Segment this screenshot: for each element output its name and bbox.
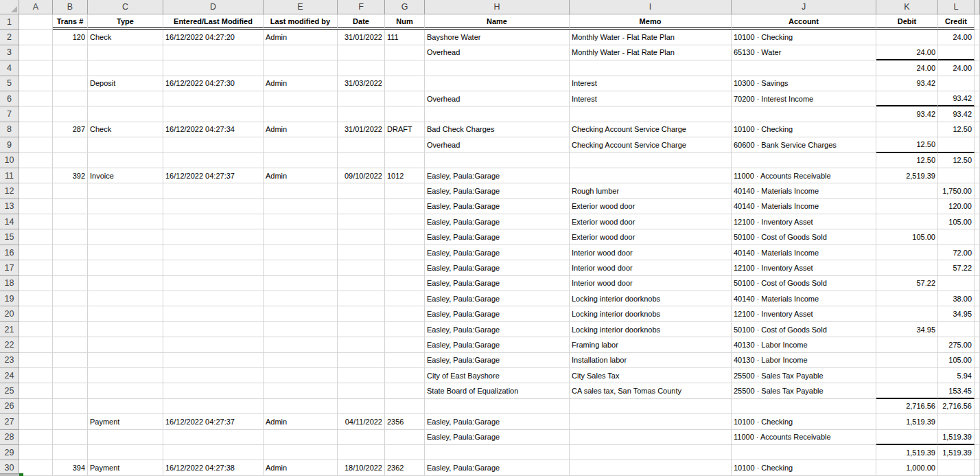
cell-J6[interactable]: 70200 · Interest Income <box>732 91 876 106</box>
cell-F21[interactable] <box>338 322 385 337</box>
row-header-20[interactable]: 20 <box>0 306 19 321</box>
cell-H2[interactable]: Bayshore Water <box>425 30 570 45</box>
cell-C24[interactable] <box>88 368 163 383</box>
cell-I28[interactable] <box>570 430 732 445</box>
cell-E9[interactable] <box>264 137 338 152</box>
cell-D13[interactable] <box>163 199 264 214</box>
column-header-D[interactable]: D <box>163 0 264 14</box>
cell-K29[interactable]: 1,519.39 <box>876 445 938 460</box>
cell-G12[interactable] <box>385 183 425 199</box>
cell-I19[interactable]: Locking interior doorknobs <box>570 291 732 306</box>
cell-F27[interactable]: 04/11/2022 <box>338 414 385 429</box>
cell-K13[interactable] <box>876 199 938 214</box>
cell-K23[interactable] <box>876 353 938 368</box>
cell-I24[interactable]: City Sales Tax <box>570 368 732 383</box>
cell-C9[interactable] <box>88 137 163 152</box>
column-header-B[interactable]: B <box>53 0 88 14</box>
cell-G21[interactable] <box>385 322 425 337</box>
cell-C12[interactable] <box>88 183 163 199</box>
cell-E8[interactable]: Admin <box>264 122 338 137</box>
cell-D3[interactable] <box>163 45 264 60</box>
cell-K24[interactable] <box>876 368 938 383</box>
cell-F7[interactable] <box>338 106 385 122</box>
cell-H21[interactable]: Easley, Paula:Garage <box>425 322 570 337</box>
cell-B14[interactable] <box>53 214 88 229</box>
cell-J22[interactable]: 40130 · Labor Income <box>732 337 876 352</box>
cell-B29[interactable] <box>53 445 88 460</box>
cell-H30[interactable]: Easley, Paula:Garage <box>425 460 570 475</box>
cell-L7[interactable]: 93.42 <box>938 106 975 122</box>
cell-A9[interactable] <box>19 137 53 152</box>
cell-I30[interactable] <box>570 460 732 475</box>
header-cell-A1[interactable] <box>19 14 53 30</box>
cell-F6[interactable] <box>338 91 385 106</box>
cell-J24[interactable]: 25500 · Sales Tax Payable <box>732 368 876 383</box>
cell-H13[interactable]: Easley, Paula:Garage <box>425 199 570 214</box>
cell-C29[interactable] <box>88 445 163 460</box>
cell-A28[interactable] <box>19 430 53 445</box>
cell-B18[interactable] <box>53 276 88 291</box>
cell-L4[interactable]: 24.00 <box>938 60 975 76</box>
header-cell-D1[interactable]: Entered/Last Modified <box>163 14 264 30</box>
cell-K2[interactable] <box>876 30 938 45</box>
row-header-19[interactable]: 19 <box>0 291 19 306</box>
cell-I7[interactable] <box>570 106 732 122</box>
column-header-E[interactable]: E <box>264 0 338 14</box>
cell-L17[interactable]: 57.22 <box>938 260 975 275</box>
cell-A23[interactable] <box>19 353 53 368</box>
cell-J19[interactable]: 40140 · Materials Income <box>732 291 876 306</box>
cell-E29[interactable] <box>264 445 338 460</box>
row-header-22[interactable]: 22 <box>0 337 19 352</box>
cell-E18[interactable] <box>264 276 338 291</box>
cell-J21[interactable]: 50100 · Cost of Goods Sold <box>732 322 876 337</box>
cell-E24[interactable] <box>264 368 338 383</box>
cell-L20[interactable]: 34.95 <box>938 306 975 321</box>
row-header-12[interactable]: 12 <box>0 183 19 199</box>
header-cell-C1[interactable]: Type <box>88 14 163 30</box>
header-cell-B1[interactable]: Trans # <box>53 14 88 30</box>
row-header-26[interactable]: 26 <box>0 399 19 414</box>
cell-H16[interactable]: Easley, Paula:Garage <box>425 245 570 260</box>
cell-J17[interactable]: 12100 · Inventory Asset <box>732 260 876 275</box>
row-header-23[interactable]: 23 <box>0 353 19 368</box>
cell-F19[interactable] <box>338 291 385 306</box>
cell-L22[interactable]: 275.00 <box>938 337 975 352</box>
cell-I8[interactable]: Checking Account Service Charge <box>570 122 732 137</box>
cell-K8[interactable] <box>876 122 938 137</box>
cell-A13[interactable] <box>19 199 53 214</box>
cell-K5[interactable]: 93.42 <box>876 76 938 91</box>
cell-A27[interactable] <box>19 414 53 429</box>
cell-H25[interactable]: State Board of Equalization <box>425 383 570 398</box>
cell-G22[interactable] <box>385 337 425 352</box>
row-header-8[interactable]: 8 <box>0 122 19 137</box>
cell-G6[interactable] <box>385 91 425 106</box>
cell-L15[interactable] <box>938 229 975 245</box>
cell-I3[interactable]: Monthly Water - Flat Rate Plan <box>570 45 732 60</box>
column-header-K[interactable]: K <box>876 0 938 14</box>
row-header-4[interactable]: 4 <box>0 60 19 76</box>
cell-B30[interactable]: 394 <box>53 460 88 475</box>
cell-K28[interactable] <box>876 430 938 445</box>
cell-E16[interactable] <box>264 245 338 260</box>
cell-D20[interactable] <box>163 306 264 321</box>
cell-A3[interactable] <box>19 45 53 60</box>
column-header-A[interactable]: A <box>19 0 53 14</box>
cell-H24[interactable]: City of East Bayshore <box>425 368 570 383</box>
cell-D12[interactable] <box>163 183 264 199</box>
cell-G23[interactable] <box>385 353 425 368</box>
cell-C23[interactable] <box>88 353 163 368</box>
cell-F10[interactable] <box>338 153 385 168</box>
cell-L13[interactable]: 120.00 <box>938 199 975 214</box>
cell-E30[interactable]: Admin <box>264 460 338 475</box>
cell-F28[interactable] <box>338 430 385 445</box>
cell-I14[interactable]: Exterior wood door <box>570 214 732 229</box>
cell-F23[interactable] <box>338 353 385 368</box>
cell-K15[interactable]: 105.00 <box>876 229 938 245</box>
cell-D21[interactable] <box>163 322 264 337</box>
row-header-1[interactable]: 1 <box>0 14 19 30</box>
column-header-I[interactable]: I <box>570 0 732 14</box>
cell-H9[interactable]: Overhead <box>425 137 570 152</box>
cell-I25[interactable]: CA sales tax, San Tomas County <box>570 383 732 398</box>
cell-J7[interactable] <box>732 106 876 122</box>
cell-D10[interactable] <box>163 153 264 168</box>
